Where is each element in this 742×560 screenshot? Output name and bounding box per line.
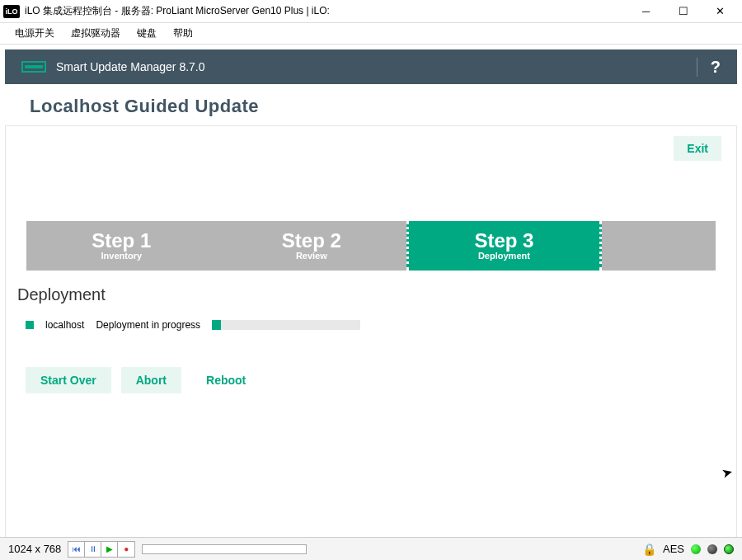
step-3-sub: Deployment — [478, 251, 530, 261]
menu-bar: 电源开关 虚拟驱动器 键盘 帮助 — [0, 23, 742, 45]
encryption-label: AES — [663, 543, 684, 555]
rewind-button[interactable]: ⏮ — [68, 542, 85, 557]
deploy-status-text: Deployment in progress — [96, 319, 200, 331]
lock-icon: 🔒 — [642, 543, 656, 556]
deploy-progress — [212, 320, 360, 330]
status-bar: 1024 x 768 ⏮ ⏸ ▶ ● 🔒 AES — [0, 537, 742, 560]
deployment-row: localhost Deployment in progress — [26, 319, 716, 331]
pause-button[interactable]: ⏸ — [85, 542, 101, 557]
step-1-title: Step 1 — [92, 231, 151, 251]
action-buttons: Start Over Abort Reboot — [26, 367, 716, 393]
menu-keyboard[interactable]: 键盘 — [129, 26, 165, 40]
play-button[interactable]: ▶ — [101, 542, 118, 557]
reboot-button[interactable]: Reboot — [191, 367, 261, 393]
step-3-active: Step 3 Deployment — [406, 221, 602, 271]
step-2: Step 2 Review — [217, 221, 407, 271]
status-indicator-icon — [26, 321, 34, 329]
deploy-progress-fill — [212, 320, 221, 330]
step-1-sub: Inventory — [101, 251, 143, 261]
sum-header: Smart Update Manager 8.7.0 ? — [5, 49, 737, 84]
close-button[interactable]: ✕ — [702, 0, 739, 23]
step-1: Step 1 Inventory — [26, 221, 217, 271]
playback-slider[interactable] — [142, 544, 307, 554]
playback-controls: ⏮ ⏸ ▶ ● — [68, 541, 135, 558]
window-title: iLO 集成远程控制台 - 服务器: ProLiant MicroServer … — [25, 4, 627, 18]
menu-power[interactable]: 电源开关 — [7, 26, 63, 40]
menu-help[interactable]: 帮助 — [165, 26, 201, 40]
sum-title: Smart Update Manager 8.7.0 — [56, 60, 697, 73]
start-over-button[interactable]: Start Over — [26, 367, 111, 393]
status-led-2 — [707, 544, 717, 554]
exit-button[interactable]: Exit — [674, 136, 721, 161]
window-titlebar: iLO iLO 集成远程控制台 - 服务器: ProLiant MicroSer… — [0, 0, 742, 23]
maximize-button[interactable]: ☐ — [665, 0, 702, 23]
step-2-sub: Review — [296, 251, 327, 261]
host-name: localhost — [45, 319, 84, 331]
step-3-title: Step 3 — [474, 231, 533, 251]
menu-virtual-drive[interactable]: 虚拟驱动器 — [63, 26, 129, 40]
record-button[interactable]: ● — [118, 542, 134, 557]
minimize-button[interactable]: ─ — [627, 0, 665, 23]
step-progress-bar: Step 1 Inventory Step 2 Review Step 3 De… — [26, 221, 716, 271]
content-panel: Exit Step 1 Inventory Step 2 Review Step… — [5, 125, 737, 560]
abort-button[interactable]: Abort — [121, 367, 181, 393]
power-led-icon[interactable] — [724, 544, 734, 554]
deployment-heading: Deployment — [17, 285, 725, 304]
help-icon[interactable]: ? — [697, 58, 721, 77]
status-led-1 — [691, 544, 701, 554]
resolution-text: 1024 x 768 — [8, 543, 61, 555]
hpe-logo-icon — [21, 61, 46, 73]
page-title: Localhost Guided Update — [0, 84, 742, 125]
step-spacer — [602, 221, 716, 271]
step-2-title: Step 2 — [282, 231, 341, 251]
app-icon: iLO — [3, 5, 20, 18]
